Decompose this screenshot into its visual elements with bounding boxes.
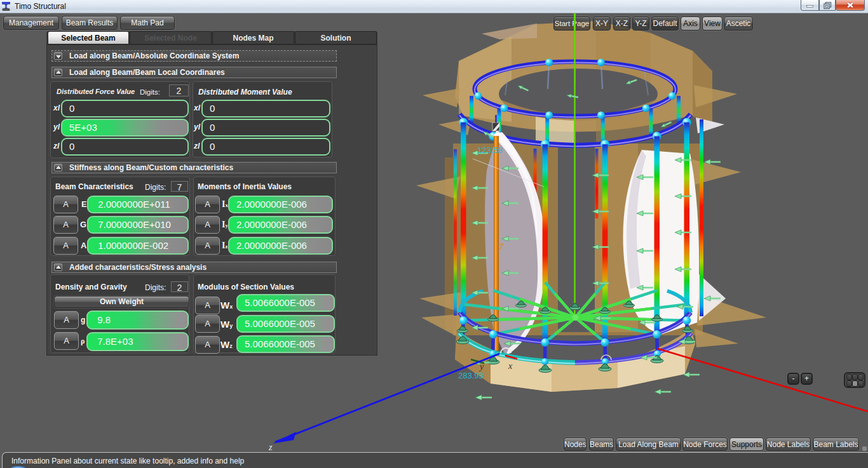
svg-text:z: z: [268, 443, 273, 452]
svg-text:123.58: 123.58: [477, 145, 503, 155]
svg-text:x: x: [508, 361, 513, 371]
svg-text:y: y: [478, 362, 484, 371]
svg-text:7: 7: [499, 242, 504, 251]
svg-text:283.93: 283.93: [458, 371, 484, 380]
